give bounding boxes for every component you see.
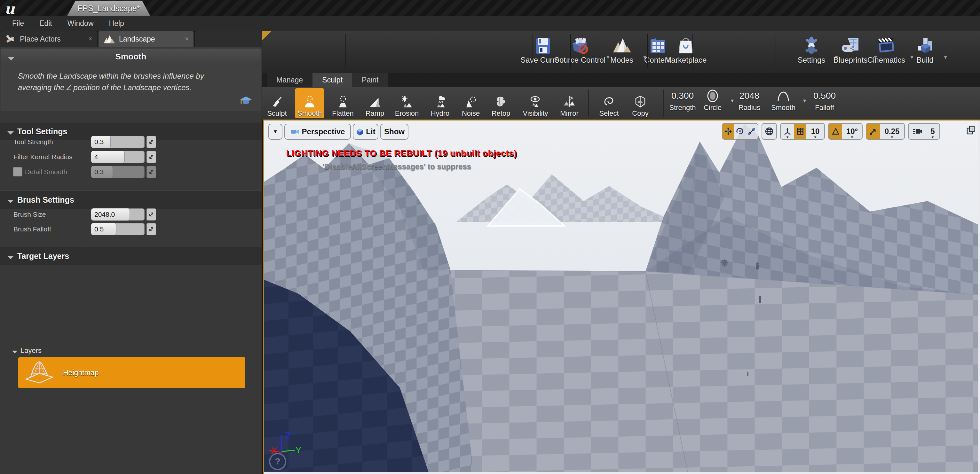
toolbar-separator [345, 34, 346, 68]
tool-strength-slider[interactable]: 0.3 [91, 136, 145, 148]
rotation-snap-group: 10° ▼ [828, 123, 862, 140]
panel-tab-strip: Place Actors × Landscape × [0, 31, 262, 47]
close-icon[interactable]: × [179, 35, 189, 43]
grid-snap-toggle-button[interactable] [794, 124, 806, 139]
menu-file[interactable]: File [5, 16, 32, 31]
source-control-button[interactable]: Source Control ▾ [556, 33, 604, 65]
rotation-snap-toggle-button[interactable] [829, 124, 842, 139]
viewport-scene[interactable] [264, 120, 978, 472]
brush-falloff-param[interactable]: 0.500 Falloff [808, 89, 841, 112]
scale-mode-button[interactable] [746, 124, 758, 139]
tool-strength-value: 0.3 [94, 136, 103, 148]
menu-edit[interactable]: Edit [32, 16, 60, 31]
filter-kernel-radius-value: 4 [94, 151, 98, 163]
build-button[interactable]: Build ▾ [901, 33, 949, 65]
axis-z-label: Z [285, 430, 291, 441]
brush-strength-param[interactable]: 0.300 Strength [666, 89, 699, 112]
tool-flatten[interactable]: Flatten [328, 88, 358, 118]
rotate-mode-button[interactable] [734, 124, 746, 139]
tab-place-actors[interactable]: Place Actors × [0, 31, 97, 47]
title-bar: u FPS_Landscape* [0, 0, 980, 16]
tab-landscape[interactable]: Landscape × [99, 31, 194, 47]
unreal-logo-icon: u [5, 1, 27, 15]
scale-snap-toggle-button[interactable] [867, 124, 880, 139]
drag-spinner-icon[interactable] [146, 151, 156, 163]
toolbar-separator [380, 34, 380, 68]
translate-mode-button[interactable] [722, 124, 734, 139]
camera-speed-value[interactable]: 5 ▼ [926, 124, 939, 139]
brush-radius-value[interactable]: 2048 [740, 89, 759, 103]
tool-copy[interactable]: Copy [625, 88, 655, 118]
world-local-group [762, 123, 777, 140]
drag-spinner-icon[interactable] [146, 208, 156, 220]
flatten-icon [337, 95, 349, 108]
ramp-icon [369, 96, 381, 108]
documentation-icon[interactable] [239, 95, 253, 108]
angle-icon [831, 127, 840, 136]
row-label-filter-kernel-radius: Filter Kernel Radius [13, 151, 85, 163]
chevron-down-icon: ▼ [931, 135, 935, 139]
falloff-shape-selector[interactable]: Smooth ▾ [769, 89, 798, 112]
show-flags-button[interactable]: Show [380, 124, 409, 140]
document-tab[interactable]: FPS_Landscape* [67, 1, 150, 16]
dropdown-arrow-icon[interactable]: ▾ [803, 97, 806, 104]
section-target-layers[interactable]: Target Layers [0, 247, 262, 265]
dropdown-arrow-icon[interactable]: ▾ [944, 53, 947, 61]
brush-falloff-slider[interactable]: 0.5 [91, 223, 145, 235]
dropdown-arrow-icon[interactable]: ▾ [731, 97, 734, 104]
detail-smooth-checkbox[interactable] [13, 167, 22, 176]
tool-visibility[interactable]: Visibility [521, 88, 550, 118]
tool-selection[interactable]: Select [594, 88, 624, 118]
tab-manage[interactable]: Manage [267, 73, 312, 87]
retop-icon [495, 95, 507, 108]
help-button[interactable]: ? [269, 453, 286, 470]
scale-snap-value[interactable]: 0.25 ▼ [880, 124, 904, 139]
layer-heightmap[interactable]: Heightmap [18, 357, 245, 388]
tool-mirror[interactable]: Mirror [555, 88, 584, 118]
drag-spinner-icon[interactable] [146, 223, 156, 235]
brush-falloff-value[interactable]: 0.500 [813, 89, 836, 103]
falloff-shape-label: Smooth [771, 103, 795, 112]
chevron-down-icon: ▼ [891, 135, 894, 139]
tool-sculpt[interactable]: Sculpt [262, 88, 292, 118]
section-brush-settings[interactable]: Brush Settings [0, 190, 262, 209]
grid-snap-group: ▼ 10 ▼ [780, 123, 825, 140]
tool-ramp[interactable]: Ramp [360, 88, 390, 118]
tool-smooth[interactable]: Smooth [295, 88, 325, 118]
tab-paint[interactable]: Paint [352, 73, 388, 87]
lit-mode-button[interactable]: Lit [353, 124, 379, 140]
menu-window[interactable]: Window [60, 16, 102, 31]
drag-spinner-icon [146, 166, 156, 178]
close-icon[interactable]: × [83, 35, 92, 43]
camera-speed-button[interactable] [909, 124, 926, 139]
brush-radius-param[interactable]: 2048 Radius [735, 89, 764, 112]
grid-snap-value[interactable]: 10 ▼ [806, 124, 824, 139]
marketplace-button[interactable]: Marketplace [662, 33, 710, 65]
viewport[interactable]: LIGHTING NEEDS TO BE REBUILT (19 unbuilt… [263, 119, 980, 474]
brush-shape-selector[interactable]: Circle ▾ [700, 89, 725, 112]
brush-size-slider[interactable]: 2048.0 [91, 208, 145, 220]
tool-header[interactable]: Smooth [1, 49, 261, 65]
tool-retopologize[interactable]: Retop [486, 88, 515, 118]
tab-sculpt[interactable]: Sculpt [312, 73, 352, 87]
drag-spinner-icon[interactable] [146, 136, 156, 148]
perspective-button[interactable]: Perspective [284, 124, 351, 140]
filter-kernel-radius-slider[interactable]: 4 [91, 151, 145, 163]
tool-noise[interactable]: Noise [456, 88, 485, 118]
tool-erosion[interactable]: Erosion [392, 88, 422, 118]
brush-shape-label: Circle [704, 103, 722, 112]
layers-group-row[interactable]: Layers [9, 346, 41, 355]
menu-help[interactable]: Help [102, 16, 132, 31]
world-space-toggle-button[interactable] [762, 124, 776, 139]
surface-snap-button[interactable]: ▼ [781, 124, 794, 139]
section-title: Brush Settings [17, 195, 74, 205]
brush-strength-value[interactable]: 0.300 [671, 89, 694, 103]
grid-icon [796, 127, 804, 136]
collapse-triangle-icon [7, 128, 14, 135]
viewport-options-dropdown[interactable]: ▼ [268, 124, 282, 140]
tab-partial[interactable] [195, 31, 262, 47]
maximize-viewport-button[interactable] [966, 125, 975, 136]
brush-radius-label: Radius [738, 103, 760, 112]
rotation-snap-value[interactable]: 10° ▼ [842, 124, 862, 139]
tool-hydro-erosion[interactable]: Hydro [425, 88, 455, 118]
